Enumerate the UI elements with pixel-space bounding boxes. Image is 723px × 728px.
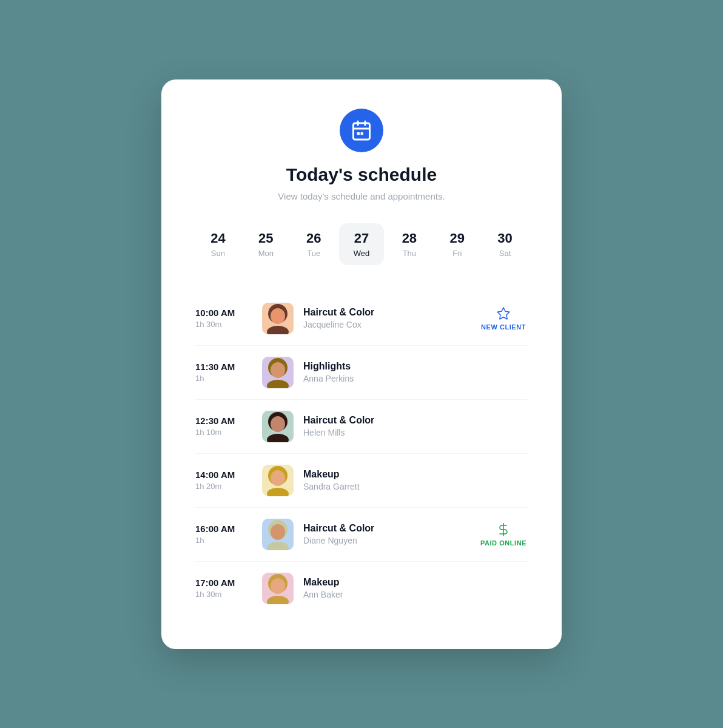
appt-info: Haircut & ColorJacqueline Cox — [303, 307, 479, 329]
avatar — [262, 519, 294, 550]
avatar — [262, 357, 294, 388]
new-client-label: NEW CLIENT — [481, 323, 526, 331]
date-day: Thu — [403, 249, 416, 258]
svg-rect-0 — [354, 123, 370, 140]
appt-time: 16:00 AM — [195, 524, 262, 534]
appt-time: 12:30 AM — [195, 416, 262, 426]
date-number: 24 — [210, 231, 225, 246]
svg-point-20 — [271, 524, 285, 540]
appt-info: Haircut & ColorDiane Nguyen — [303, 523, 479, 545]
avatar — [262, 573, 294, 604]
appt-badge[interactable]: PAID ONLINE — [479, 522, 528, 547]
appointment-row[interactable]: 11:30 AM1hHighlightsAnna Perkins — [195, 346, 528, 400]
svg-point-21 — [267, 542, 289, 550]
paid-online-label: PAID ONLINE — [480, 539, 526, 547]
appt-info: MakeupAnn Baker — [303, 577, 528, 599]
avatar-svg — [262, 573, 294, 604]
date-number: 29 — [449, 231, 464, 246]
date-item-fri[interactable]: 29Fri — [434, 223, 480, 265]
time-block: 16:00 AM1h — [195, 524, 262, 545]
svg-point-11 — [271, 362, 285, 378]
time-block: 10:00 AM1h 30m — [195, 308, 262, 329]
new-client-badge[interactable]: NEW CLIENT — [481, 306, 526, 331]
svg-point-15 — [267, 434, 289, 442]
appt-service: Highlights — [303, 361, 528, 372]
svg-point-8 — [267, 326, 289, 334]
avatar-svg — [262, 303, 294, 334]
appt-client: Helen Mills — [303, 428, 528, 437]
appt-info: Haircut & ColorHelen Mills — [303, 415, 528, 437]
appt-time: 14:00 AM — [195, 470, 262, 480]
paid-online-badge[interactable]: PAID ONLINE — [480, 522, 526, 547]
time-block: 12:30 AM1h 10m — [195, 416, 262, 437]
date-item-sat[interactable]: 30Sat — [482, 223, 528, 265]
appt-time: 17:00 AM — [195, 578, 262, 588]
avatar — [262, 303, 294, 334]
date-number: 27 — [354, 231, 369, 246]
date-number: 30 — [497, 231, 512, 246]
date-day: Mon — [258, 249, 274, 258]
svg-point-24 — [271, 578, 285, 594]
svg-point-14 — [271, 416, 285, 432]
appointments-list: 10:00 AM1h 30mHaircut & ColorJacqueline … — [195, 292, 528, 615]
appt-badge[interactable]: NEW CLIENT — [479, 306, 528, 331]
calendar-icon — [340, 109, 383, 152]
appt-client: Sandra Garrett — [303, 482, 528, 491]
schedule-card: Today's schedule View today's schedule a… — [161, 79, 562, 649]
appt-duration: 1h 30m — [195, 590, 262, 599]
appt-service: Makeup — [303, 469, 528, 480]
appointment-row[interactable]: 14:00 AM1h 20mMakeupSandra Garrett — [195, 454, 528, 508]
avatar-svg — [262, 357, 294, 388]
dollar-icon — [496, 522, 511, 537]
date-day: Fri — [452, 249, 462, 258]
star-icon — [496, 306, 511, 321]
appointment-row[interactable]: 16:00 AM1hHaircut & ColorDiane Nguyen PA… — [195, 508, 528, 562]
svg-point-12 — [267, 380, 289, 388]
avatar-svg — [262, 411, 294, 442]
appt-client: Anna Perkins — [303, 374, 528, 383]
date-item-mon[interactable]: 25Mon — [243, 223, 289, 265]
date-day: Sat — [499, 249, 511, 258]
appt-time: 10:00 AM — [195, 308, 262, 318]
date-day: Sun — [211, 249, 225, 258]
appt-info: HighlightsAnna Perkins — [303, 361, 528, 383]
time-block: 11:30 AM1h — [195, 362, 262, 383]
appt-service: Haircut & Color — [303, 415, 528, 426]
date-item-tue[interactable]: 26Tue — [291, 223, 337, 265]
appt-client: Diane Nguyen — [303, 536, 479, 545]
appt-duration: 1h — [195, 536, 262, 545]
appt-duration: 1h 30m — [195, 320, 262, 329]
svg-point-25 — [267, 596, 289, 604]
page-title: Today's schedule — [286, 164, 437, 185]
appointment-row[interactable]: 10:00 AM1h 30mHaircut & ColorJacqueline … — [195, 292, 528, 346]
svg-rect-5 — [361, 132, 364, 135]
date-number: 25 — [258, 231, 273, 246]
appt-service: Haircut & Color — [303, 523, 479, 534]
date-day: Tue — [307, 249, 320, 258]
time-block: 14:00 AM1h 20m — [195, 470, 262, 491]
time-block: 17:00 AM1h 30m — [195, 578, 262, 599]
calendar-svg — [351, 120, 372, 141]
appt-info: MakeupSandra Garrett — [303, 469, 528, 491]
date-item-wed[interactable]: 27Wed — [339, 223, 385, 265]
svg-marker-9 — [497, 308, 509, 319]
svg-point-18 — [267, 488, 289, 496]
appointment-row[interactable]: 17:00 AM1h 30mMakeupAnn Baker — [195, 562, 528, 615]
date-item-thu[interactable]: 28Thu — [386, 223, 432, 265]
date-day: Wed — [354, 249, 370, 258]
avatar — [262, 465, 294, 496]
appointment-row[interactable]: 12:30 AM1h 10mHaircut & ColorHelen Mills — [195, 400, 528, 454]
appt-duration: 1h 10m — [195, 428, 262, 437]
svg-rect-4 — [357, 132, 360, 135]
appt-service: Haircut & Color — [303, 307, 479, 318]
date-number: 28 — [402, 231, 417, 246]
date-number: 26 — [306, 231, 321, 246]
page-subtitle: View today's schedule and appointments. — [278, 191, 445, 201]
appt-client: Jacqueline Cox — [303, 320, 479, 329]
date-picker: 24Sun25Mon26Tue27Wed28Thu29Fri30Sat — [195, 223, 528, 265]
date-item-sun[interactable]: 24Sun — [195, 223, 241, 265]
appt-time: 11:30 AM — [195, 362, 262, 372]
appt-duration: 1h — [195, 374, 262, 383]
avatar-svg — [262, 465, 294, 496]
svg-point-17 — [271, 470, 285, 486]
